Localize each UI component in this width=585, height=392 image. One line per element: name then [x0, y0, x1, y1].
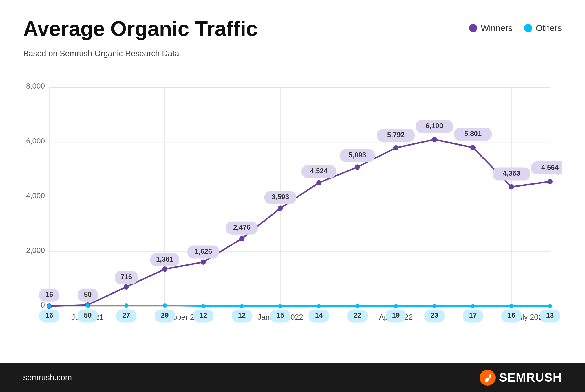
semrush-logo: SEMRUSH [480, 370, 562, 386]
winners-value-1: 50 [84, 290, 92, 298]
others-point-8 [355, 304, 359, 308]
y-label-6000: 6,000 [26, 137, 45, 145]
winners-value-7: 4,524 [310, 167, 328, 175]
y-label-0: 0 [41, 301, 45, 309]
winners-point-4 [201, 260, 206, 265]
others-point-1 [86, 303, 90, 308]
others-value-2: 27 [123, 311, 130, 319]
others-point-7 [317, 304, 321, 308]
winners-point-5 [239, 236, 244, 241]
chart-container: 8,000 6,000 4,000 2,000 0 July 2021 Octo… [23, 70, 562, 330]
footer: semrush.com SEMRUSH [0, 363, 585, 392]
others-point-11 [471, 304, 475, 308]
chart-svg: 8,000 6,000 4,000 2,000 0 July 2021 Octo… [23, 70, 562, 330]
others-value-0: 16 [45, 311, 53, 319]
winners-value-2: 716 [120, 273, 132, 281]
others-value-4: 12 [200, 311, 207, 319]
winners-point-8 [355, 164, 360, 170]
winners-point-12 [509, 184, 514, 189]
legend: Winners Others [469, 23, 562, 33]
others-value-7: 14 [315, 311, 323, 319]
others-point-9 [394, 304, 398, 308]
winners-value-12: 4,363 [503, 169, 520, 177]
winners-value-4: 1,626 [195, 247, 212, 255]
legend-item-winners: Winners [469, 23, 513, 33]
others-point-6 [278, 304, 282, 308]
winners-point-7 [316, 180, 321, 185]
winners-dot-icon [469, 24, 477, 32]
others-point-0 [47, 304, 51, 308]
winners-point-3 [162, 266, 167, 272]
y-label-2000: 2,000 [26, 246, 45, 255]
winners-value-10: 6,100 [426, 122, 443, 130]
footer-url: semrush.com [23, 373, 72, 382]
chart-subtitle: Based on Semrush Organic Research Data [23, 49, 562, 58]
others-point-5 [240, 304, 244, 308]
others-label: Others [536, 23, 562, 33]
winners-value-9: 5,792 [387, 131, 405, 139]
winners-value-3: 1,361 [156, 255, 173, 263]
others-point-4 [201, 304, 205, 308]
winners-point-9 [393, 145, 398, 150]
others-value-3: 29 [161, 311, 169, 319]
winners-value-11: 5,801 [464, 130, 482, 137]
legend-item-others: Others [524, 23, 562, 33]
others-value-8: 22 [354, 311, 361, 319]
others-value-6: 15 [277, 311, 284, 319]
others-point-10 [432, 304, 436, 308]
header-row: Average Organic Traffic Winners Others [23, 17, 562, 40]
semrush-icon [480, 370, 496, 386]
winners-point-11 [470, 145, 476, 150]
others-dot-icon [524, 24, 532, 32]
winners-point-2 [124, 284, 129, 290]
others-value-1: 50 [84, 311, 92, 319]
others-value-10: 23 [431, 311, 438, 319]
others-value-9: 19 [392, 311, 400, 319]
winners-value-0: 16 [45, 290, 53, 298]
others-value-12: 16 [508, 311, 515, 319]
winners-label: Winners [481, 23, 513, 33]
others-point-2 [124, 303, 128, 308]
chart-title: Average Organic Traffic [23, 17, 258, 40]
semrush-brand-text: SEMRUSH [499, 371, 562, 384]
winners-point-10 [432, 137, 437, 142]
winners-value-5: 2,476 [233, 223, 251, 231]
others-value-5: 12 [238, 311, 246, 319]
winners-value-6: 3,593 [272, 193, 289, 201]
others-point-3 [163, 303, 167, 308]
winners-point-13 [547, 179, 553, 184]
winners-value-13: 4,564 [541, 163, 559, 171]
main-content: Average Organic Traffic Winners Others B… [0, 0, 585, 363]
winners-value-8: 5,093 [349, 151, 366, 159]
others-point-13 [548, 304, 552, 308]
others-value-11: 17 [469, 311, 477, 319]
svg-point-11 [480, 370, 496, 386]
winners-point-6 [278, 206, 283, 211]
y-label-4000: 4,000 [26, 191, 45, 200]
others-point-12 [509, 304, 513, 308]
others-value-13: 13 [546, 311, 554, 319]
y-label-8000: 8,000 [26, 82, 45, 90]
